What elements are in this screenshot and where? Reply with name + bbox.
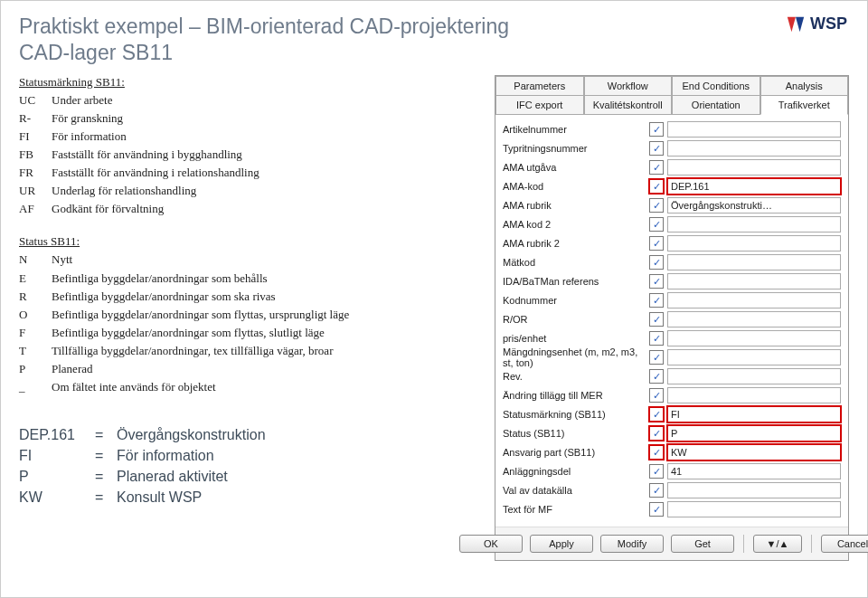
field-checkbox[interactable] <box>649 388 664 403</box>
field-row: Ändring tillägg till MER <box>503 386 841 405</box>
desc: Planerad <box>52 360 92 378</box>
field-checkbox[interactable] <box>649 369 664 384</box>
field-label: Kodnummer <box>503 295 649 306</box>
legend-value: Övergångskonstruktion <box>117 424 266 445</box>
legend-row: FI=För information <box>19 445 482 466</box>
field-checkbox[interactable] <box>649 255 664 270</box>
field-checkbox[interactable] <box>649 217 664 232</box>
desc: Fastställt för användning i bygghandling <box>52 146 242 164</box>
ok-button[interactable]: OK <box>459 535 523 553</box>
field-label: R/OR <box>503 314 649 325</box>
tab-workflow[interactable]: Workflow <box>584 76 673 96</box>
field-checkbox[interactable] <box>649 426 664 441</box>
properties-dialog: ParametersWorkflowEnd ConditionsAnalysis… <box>495 75 849 561</box>
field-checkbox[interactable] <box>649 160 664 175</box>
field-input[interactable] <box>667 501 841 517</box>
field-checkbox[interactable] <box>649 350 664 365</box>
field-checkbox[interactable] <box>649 274 664 289</box>
field-label: Typritningsnummer <box>503 143 649 154</box>
field-label: Val av datakälla <box>503 485 649 496</box>
field-input[interactable]: 41 <box>667 463 841 479</box>
legend-row: DEP.161=Övergångskonstruktion <box>19 424 482 445</box>
wsp-logo: WSP <box>786 14 847 33</box>
field-checkbox[interactable] <box>649 293 664 308</box>
svg-marker-1 <box>796 17 804 32</box>
field-input[interactable]: DEP.161 <box>667 178 841 195</box>
field-input[interactable]: KW <box>667 444 841 460</box>
field-row: R/OR <box>503 310 841 329</box>
field-checkbox[interactable] <box>649 464 664 479</box>
tab-analysis[interactable]: Analysis <box>760 76 849 96</box>
field-input[interactable] <box>667 387 841 403</box>
field-checkbox[interactable] <box>649 236 664 251</box>
field-input[interactable] <box>667 216 841 233</box>
field-label: Ansvarig part (SB11) <box>503 447 649 458</box>
status-item: PPlanerad <box>19 360 482 378</box>
statusmarkning-item: UCUnder arbete <box>19 91 482 109</box>
field-label: AMA rubrik 2 <box>503 238 649 249</box>
field-checkbox[interactable] <box>649 122 664 137</box>
tab-parameters[interactable]: Parameters <box>495 76 584 96</box>
tab-end-conditions[interactable]: End Conditions <box>672 76 760 96</box>
field-checkbox[interactable] <box>649 312 664 327</box>
status-item: EBefintliga byggdelar/anordningar som be… <box>19 270 482 288</box>
field-row: AMA-kodDEP.161 <box>503 177 841 196</box>
code: P <box>19 360 42 378</box>
field-row: Ansvarig part (SB11)KW <box>503 443 841 462</box>
field-row: Artikelnummer <box>503 120 841 139</box>
field-checkbox[interactable] <box>649 502 664 517</box>
statusmarkning-item: FIFör information <box>19 128 482 146</box>
field-checkbox[interactable] <box>649 483 664 498</box>
get-button[interactable]: Get <box>671 535 734 553</box>
field-input[interactable] <box>667 311 841 327</box>
field-checkbox[interactable] <box>649 198 664 213</box>
code: AF <box>19 200 42 218</box>
code: UR <box>19 182 42 200</box>
field-input[interactable]: FI <box>667 406 841 422</box>
field-input[interactable] <box>667 368 841 384</box>
field-input[interactable] <box>667 349 841 365</box>
collapse-button[interactable]: ▼/▲ <box>753 535 802 553</box>
field-input[interactable] <box>667 159 841 176</box>
field-input[interactable] <box>667 330 841 346</box>
field-checkbox[interactable] <box>649 179 664 194</box>
desc: Nytt <box>52 251 72 269</box>
field-row: IDA/BaTMan referens <box>503 272 841 291</box>
tab-trafikverket[interactable]: Trafikverket <box>760 96 849 115</box>
cancel-button[interactable]: Cancel <box>821 535 868 553</box>
field-input[interactable] <box>667 482 841 498</box>
modify-button[interactable]: Modify <box>600 535 664 553</box>
field-input[interactable] <box>667 140 841 157</box>
field-checkbox[interactable] <box>649 407 664 422</box>
field-row: AMA utgåva <box>503 158 841 177</box>
field-label: Status (SB11) <box>503 428 649 439</box>
code: FR <box>19 164 42 182</box>
legend-block: DEP.161=ÖvergångskonstruktionFI=För info… <box>19 424 482 508</box>
code: FB <box>19 146 42 164</box>
field-checkbox[interactable] <box>649 141 664 156</box>
tab-orientation[interactable]: Orientation <box>672 96 760 115</box>
page-title: Praktiskt exempel – BIM-orienterad CAD-p… <box>19 14 849 66</box>
tab-ifc-export[interactable]: IFC export <box>495 96 584 115</box>
legend-row: P=Planerad aktivitet <box>19 466 482 487</box>
field-checkbox[interactable] <box>649 445 664 460</box>
field-input[interactable] <box>667 254 841 271</box>
field-input[interactable] <box>667 235 841 252</box>
field-label: Text för MF <box>503 504 649 515</box>
field-input[interactable]: Övergångskonstrukti… <box>667 197 841 214</box>
field-label: AMA rubrik <box>503 200 649 211</box>
dialog-button-bar: OK Apply Modify Get ▼/▲ Cancel <box>495 527 848 560</box>
tab-kvalitétskontroll[interactable]: Kvalitétskontroll <box>584 96 673 115</box>
field-input[interactable]: P <box>667 425 841 441</box>
field-input[interactable] <box>667 292 841 308</box>
field-checkbox[interactable] <box>649 331 664 346</box>
field-row: Mängdningsenhet (m, m2, m3, st, ton) <box>503 348 841 367</box>
field-input[interactable] <box>667 121 841 138</box>
field-row: AMA kod 2 <box>503 215 841 234</box>
field-label: pris/enhet <box>503 333 649 344</box>
status-block: Status SB11: NNyttEBefintliga byggdelar/… <box>19 234 482 396</box>
apply-button[interactable]: Apply <box>530 535 593 553</box>
field-row: Kodnummer <box>503 291 841 310</box>
status-item: FBefintliga byggdelar/anordningar som fl… <box>19 324 482 342</box>
field-input[interactable] <box>667 273 841 290</box>
